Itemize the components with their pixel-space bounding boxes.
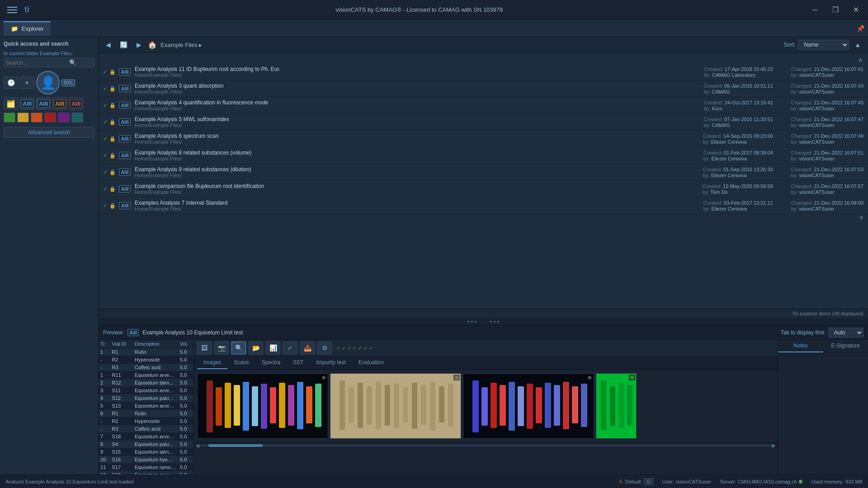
resize-handle[interactable]: · · · [99,318,868,325]
tool-plate-icon[interactable]: 🖼 [197,342,212,354]
table-row[interactable]: 1R1Rutin5.0 [99,348,193,356]
table-row[interactable]: 12S19Equisetum arvense...5.0 [99,471,193,475]
scroll-right-arrow[interactable]: ▶ [772,442,776,449]
scroll-up-arrow[interactable]: ▲ [856,55,864,64]
file-name-section: Example comparison file Bupleurum root i… [135,183,703,195]
created-meta: Created: 06-Jan-2015 10:51:11 by: CAMAG [704,83,773,94]
image-thumb-1[interactable]: ⊞ [197,373,328,439]
table-row[interactable]: 3S11Equisetum arvense5.0 [99,387,193,394]
color-teal[interactable] [71,113,83,122]
scroll-down-arrow[interactable]: ▼ [858,214,864,221]
created-meta: Created: 07-Jan-2015 11:33:51 by: CAMAG [704,117,773,128]
file-check-icon: ✓ [103,69,108,75]
table-row[interactable]: -R2Hyperoside5.0 [99,418,193,425]
tab-display-dropdown[interactable]: Auto Images Scans [828,328,863,338]
scroll-thumb[interactable] [208,444,263,447]
list-item[interactable]: ✓ 🔒 AIII Example Analysis 9 related subs… [99,164,868,181]
table-row[interactable]: -R2Hyperoside5.0 [99,356,193,364]
default-section: ⚠ Default: 0 [618,478,653,485]
tool-apply-icon[interactable]: ✓ [283,342,297,354]
svg-rect-19 [376,382,381,429]
search-button[interactable]: 🔍 [69,59,76,66]
table-row[interactable]: 1R11Equisetum arvense5.0 [99,371,193,379]
user-avatar[interactable]: 👤 [36,71,60,94]
advanced-search-button[interactable]: Advanced search [4,127,94,138]
home-icon-btn[interactable]: 🔄 [117,40,130,49]
tab-explorer[interactable]: 📁 Explorer [4,21,51,36]
tool-camera-icon[interactable]: 📷 [214,342,229,354]
table-row[interactable]: 10S16Equisetum hyemale5.0 [99,456,193,464]
list-item[interactable]: ✓ 🔒 AIII Example Analysis 3 quant absorp… [99,80,868,97]
tab-notes[interactable]: Notes [778,340,823,352]
file-lock-icon: 🔒 [109,136,116,142]
scroll-left-arrow[interactable]: ◀ [195,442,199,449]
tab-scans[interactable]: Scans [227,357,255,369]
aiii-red-icon[interactable]: AIII [69,97,83,110]
search-input[interactable] [6,60,69,66]
table-row[interactable]: 4S12Equisetum palustre5.0 [99,394,193,402]
svg-rect-38 [554,385,560,426]
list-item[interactable]: ✓ 🔒 AIII Example Analysis 5 MWL sulfonam… [99,114,868,131]
svg-rect-33 [509,382,515,431]
tab-impurity[interactable]: Impurity test [310,357,352,369]
back-button[interactable]: ◀ [103,40,113,49]
list-item[interactable]: ✓ 🔒 AIII Example Analysis 6 spectrum sca… [99,131,868,147]
hamburger-menu[interactable] [5,5,19,15]
image-2-corner: ⊞ [453,375,460,380]
notes-tabs: Notes E-Signature [778,340,868,353]
table-row[interactable]: 8S4Equisetum palustre...5.0 [99,441,193,448]
tab-images[interactable]: Images [197,357,227,369]
user-section: User: visionCATSuser [662,479,711,484]
dropdown-arrow-icon[interactable]: ▼ [20,76,34,89]
table-row[interactable]: 2R12Equisetum talmateia5.0 [99,379,193,387]
color-green[interactable] [4,113,15,122]
sort-dropdown[interactable]: Name Date Created Date Modified [798,40,849,50]
image-thumb-3[interactable]: ⊞ [463,373,594,439]
tab-sst[interactable]: SST [287,357,310,369]
minimize-button[interactable]: ─ [809,5,821,15]
tool-folder-icon[interactable]: 📂 [249,342,263,354]
tab-spectra[interactable]: Spectra [255,357,287,369]
color-purple[interactable] [58,113,70,122]
file-path: Home/Example Files/ [135,156,703,161]
close-button[interactable]: ✕ [849,5,863,15]
tool-scan-icon[interactable]: 🔍 [231,342,246,354]
tool-export-icon[interactable]: 📤 [300,342,315,354]
image-thumb-4[interactable]: ⊞ [596,373,637,439]
table-row[interactable]: 6R1Rutin5.0 [99,410,193,418]
table-row[interactable]: -R3Caffeic acid5.0 [99,425,193,433]
default-value: 0 [644,478,653,485]
aiii-blue-icon[interactable]: AIII [20,97,34,110]
tab-evaluation[interactable]: Evaluation [352,357,390,369]
sort-order-button[interactable]: ▲ [852,40,863,49]
table-row[interactable]: -R3Caffeic acid5.0 [99,364,193,371]
aiii-blue2-icon[interactable]: AIII [36,97,51,110]
tool-settings-icon[interactable]: ⚙ [317,342,332,354]
table-row[interactable]: 11S17Equisetum ramosiss...5.0 [99,464,193,471]
list-item[interactable]: ✓ 🔒 AIII Example Analysis 8 related subs… [99,147,868,164]
forward-button[interactable]: ▶ [134,40,144,49]
svg-rect-3 [225,383,231,428]
table-row[interactable]: 9S15Equisetum talmateia5.0 [99,448,193,456]
list-item[interactable]: ✓ 🔒 AIII Example Analysis 11 ID Bupleuri… [99,64,868,80]
aiii-orange-icon[interactable]: AIII [52,97,67,110]
tab-esignature[interactable]: E-Signature [823,340,868,352]
color-orange[interactable] [31,113,42,122]
list-item[interactable]: ✓ 🔒 AIII Example comparison file Bupleur… [99,181,868,197]
file-aiii-icon: AIII [118,199,131,212]
color-red[interactable] [44,113,56,122]
recent-icon[interactable]: 🕐 [4,76,18,89]
list-item[interactable]: ✓ 🔒 AIII Examples Analysis 7 Internal St… [99,197,868,214]
color-yellow[interactable] [17,113,29,122]
table-row[interactable]: 5S13Equisetum arvense...5.0 [99,402,193,410]
list-item[interactable]: ✓ 🔒 AIII Example Analysis 4 quantificati… [99,97,868,114]
file-name-section: Example Analysis 9 related substances (d… [135,166,703,178]
svg-rect-39 [563,382,569,429]
table-row[interactable]: 7S18Equisetum arvense...5.0 [99,433,193,441]
tool-chart-icon[interactable]: 📊 [266,342,280,354]
memory-value: 933 MB [845,479,863,484]
image-thumb-2[interactable]: ⊞ [330,373,461,439]
folder-doc-icon[interactable]: 🗂️ [4,97,18,110]
maximize-button[interactable]: ❐ [829,5,842,15]
image-scrollbar[interactable]: ◀ ▶ [193,442,778,448]
